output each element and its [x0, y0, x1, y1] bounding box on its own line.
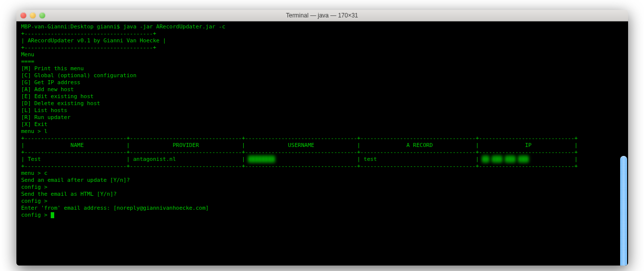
box-border-top: +---------------------------------------… — [21, 30, 623, 37]
box-content: | ARecordUpdater v0.1 by Gianni Van Hoec… — [21, 37, 623, 44]
row-end: | — [528, 156, 577, 162]
titlebar[interactable]: Terminal — java — 170×31 — [16, 10, 628, 21]
question: Send an email after update [Y/n]? — [21, 177, 623, 184]
box-border-bot: +---------------------------------------… — [21, 44, 623, 51]
row-mid: | test | — [275, 156, 482, 162]
menu-item: [L] List hosts — [21, 107, 623, 114]
cmd-line: MBP-van-Gianni:Desktop gianni$ java -jar… — [21, 23, 623, 30]
menu-prompt: menu > c — [21, 170, 623, 177]
row-prefix: | Test | antagonist.nl | — [21, 156, 249, 162]
zoom-icon[interactable] — [39, 12, 45, 18]
menu-item: [A] Add new host — [21, 86, 623, 93]
question: Send the email as HTML [Y/n]? — [21, 191, 623, 198]
menu-sep: ==== — [21, 58, 623, 65]
table-row: | Test | antagonist.nl | ████████ | test… — [21, 156, 623, 163]
menu-prompt: menu > l — [21, 128, 623, 135]
table-header: | NAME | PROVIDER | USERNAME | A RECORD … — [21, 142, 623, 149]
menu-item: [G] Get IP address — [21, 79, 623, 86]
table-border: +-------------------------------+-------… — [21, 163, 623, 170]
table-border: +-------------------------------+-------… — [21, 135, 623, 142]
cursor-icon — [51, 212, 54, 218]
minimize-icon[interactable] — [30, 12, 36, 18]
menu-item: [E] Edit existing host — [21, 93, 623, 100]
menu-item: [R] Run updater — [21, 114, 623, 121]
traffic-lights — [20, 12, 45, 18]
config-prompt: config > — [21, 184, 623, 191]
terminal-area[interactable]: MBP-van-Gianni:Desktop gianni$ java -jar… — [16, 21, 628, 266]
scrollbar-thumb[interactable] — [620, 156, 627, 266]
menu-header: Menu — [21, 51, 623, 58]
terminal-content[interactable]: MBP-van-Gianni:Desktop gianni$ java -jar… — [16, 21, 628, 266]
menu-item: [D] Delete existing host — [21, 100, 623, 107]
menu-item: [C] Global (optional) configuration — [21, 72, 623, 79]
window-title: Terminal — java — 170×31 — [16, 12, 628, 19]
terminal-window: Terminal — java — 170×31 MBP-van-Gianni:… — [16, 10, 628, 266]
ip-blurred: ██.███.███ ███ — [482, 156, 529, 162]
config-prompt-active[interactable]: config > — [21, 212, 623, 219]
question: Enter 'from' email address: [noreply@gia… — [21, 205, 623, 212]
close-icon[interactable] — [20, 12, 26, 18]
config-prompt: config > — [21, 198, 623, 205]
menu-item: [M] Print this menu — [21, 65, 623, 72]
menu-item: [X] Exit — [21, 121, 623, 128]
username-blurred: ████████ — [248, 156, 275, 162]
table-border: +-------------------------------+-------… — [21, 149, 623, 156]
prompt-text: config > — [21, 212, 51, 218]
